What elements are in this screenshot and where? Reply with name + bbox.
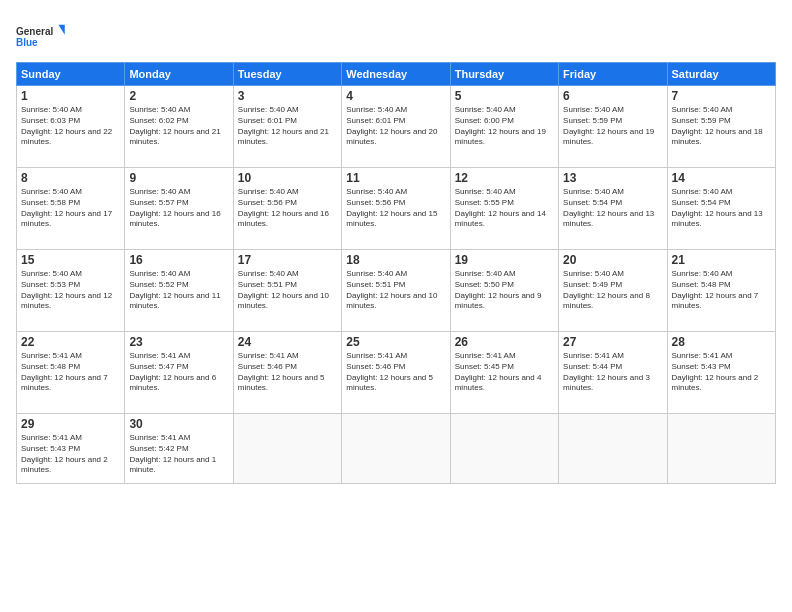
cell-info: Sunrise: 5:41 AM Sunset: 5:44 PM Dayligh… [563, 351, 662, 394]
day-number: 22 [21, 335, 120, 349]
cell-info: Sunrise: 5:40 AM Sunset: 5:48 PM Dayligh… [672, 269, 771, 312]
calendar-table: SundayMondayTuesdayWednesdayThursdayFrid… [16, 62, 776, 484]
cell-info: Sunrise: 5:40 AM Sunset: 5:51 PM Dayligh… [346, 269, 445, 312]
day-number: 19 [455, 253, 554, 267]
calendar-cell: 19 Sunrise: 5:40 AM Sunset: 5:50 PM Dayl… [450, 250, 558, 332]
calendar-cell: 14 Sunrise: 5:40 AM Sunset: 5:54 PM Dayl… [667, 168, 775, 250]
cell-info: Sunrise: 5:40 AM Sunset: 6:00 PM Dayligh… [455, 105, 554, 148]
calendar-cell: 12 Sunrise: 5:40 AM Sunset: 5:55 PM Dayl… [450, 168, 558, 250]
calendar-cell [342, 414, 450, 484]
day-number: 4 [346, 89, 445, 103]
day-number: 25 [346, 335, 445, 349]
calendar-cell: 18 Sunrise: 5:40 AM Sunset: 5:51 PM Dayl… [342, 250, 450, 332]
day-number: 24 [238, 335, 337, 349]
col-header-sunday: Sunday [17, 63, 125, 86]
cell-info: Sunrise: 5:40 AM Sunset: 5:52 PM Dayligh… [129, 269, 228, 312]
svg-text:Blue: Blue [16, 37, 38, 48]
day-number: 18 [346, 253, 445, 267]
cell-info: Sunrise: 5:40 AM Sunset: 6:01 PM Dayligh… [238, 105, 337, 148]
col-header-tuesday: Tuesday [233, 63, 341, 86]
calendar-cell [667, 414, 775, 484]
cell-info: Sunrise: 5:40 AM Sunset: 5:55 PM Dayligh… [455, 187, 554, 230]
day-number: 1 [21, 89, 120, 103]
calendar-cell: 17 Sunrise: 5:40 AM Sunset: 5:51 PM Dayl… [233, 250, 341, 332]
day-number: 3 [238, 89, 337, 103]
day-number: 9 [129, 171, 228, 185]
cell-info: Sunrise: 5:40 AM Sunset: 5:49 PM Dayligh… [563, 269, 662, 312]
calendar-cell: 15 Sunrise: 5:40 AM Sunset: 5:53 PM Dayl… [17, 250, 125, 332]
day-number: 29 [21, 417, 120, 431]
day-number: 7 [672, 89, 771, 103]
day-number: 14 [672, 171, 771, 185]
calendar-cell: 10 Sunrise: 5:40 AM Sunset: 5:56 PM Dayl… [233, 168, 341, 250]
col-header-saturday: Saturday [667, 63, 775, 86]
day-number: 6 [563, 89, 662, 103]
col-header-wednesday: Wednesday [342, 63, 450, 86]
logo: General Blue [16, 16, 66, 56]
cell-info: Sunrise: 5:40 AM Sunset: 5:53 PM Dayligh… [21, 269, 120, 312]
day-number: 28 [672, 335, 771, 349]
day-number: 2 [129, 89, 228, 103]
svg-marker-2 [59, 25, 65, 35]
cell-info: Sunrise: 5:41 AM Sunset: 5:46 PM Dayligh… [346, 351, 445, 394]
logo-svg: General Blue [16, 16, 66, 56]
calendar-cell: 11 Sunrise: 5:40 AM Sunset: 5:56 PM Dayl… [342, 168, 450, 250]
day-number: 23 [129, 335, 228, 349]
cell-info: Sunrise: 5:40 AM Sunset: 5:50 PM Dayligh… [455, 269, 554, 312]
calendar-cell: 3 Sunrise: 5:40 AM Sunset: 6:01 PM Dayli… [233, 86, 341, 168]
cell-info: Sunrise: 5:41 AM Sunset: 5:45 PM Dayligh… [455, 351, 554, 394]
day-number: 10 [238, 171, 337, 185]
calendar-cell: 24 Sunrise: 5:41 AM Sunset: 5:46 PM Dayl… [233, 332, 341, 414]
calendar-cell: 8 Sunrise: 5:40 AM Sunset: 5:58 PM Dayli… [17, 168, 125, 250]
calendar-cell: 21 Sunrise: 5:40 AM Sunset: 5:48 PM Dayl… [667, 250, 775, 332]
day-number: 16 [129, 253, 228, 267]
calendar-cell: 23 Sunrise: 5:41 AM Sunset: 5:47 PM Dayl… [125, 332, 233, 414]
day-number: 12 [455, 171, 554, 185]
cell-info: Sunrise: 5:40 AM Sunset: 5:59 PM Dayligh… [672, 105, 771, 148]
day-number: 8 [21, 171, 120, 185]
day-number: 13 [563, 171, 662, 185]
cell-info: Sunrise: 5:40 AM Sunset: 5:58 PM Dayligh… [21, 187, 120, 230]
day-number: 15 [21, 253, 120, 267]
calendar-cell: 1 Sunrise: 5:40 AM Sunset: 6:03 PM Dayli… [17, 86, 125, 168]
day-number: 20 [563, 253, 662, 267]
calendar-cell: 28 Sunrise: 5:41 AM Sunset: 5:43 PM Dayl… [667, 332, 775, 414]
cell-info: Sunrise: 5:40 AM Sunset: 5:56 PM Dayligh… [238, 187, 337, 230]
calendar-cell: 20 Sunrise: 5:40 AM Sunset: 5:49 PM Dayl… [559, 250, 667, 332]
day-number: 26 [455, 335, 554, 349]
cell-info: Sunrise: 5:40 AM Sunset: 6:01 PM Dayligh… [346, 105, 445, 148]
header: General Blue [16, 16, 776, 56]
cell-info: Sunrise: 5:41 AM Sunset: 5:43 PM Dayligh… [672, 351, 771, 394]
cell-info: Sunrise: 5:40 AM Sunset: 6:03 PM Dayligh… [21, 105, 120, 148]
cell-info: Sunrise: 5:40 AM Sunset: 5:57 PM Dayligh… [129, 187, 228, 230]
cell-info: Sunrise: 5:41 AM Sunset: 5:48 PM Dayligh… [21, 351, 120, 394]
day-number: 21 [672, 253, 771, 267]
col-header-thursday: Thursday [450, 63, 558, 86]
cell-info: Sunrise: 5:41 AM Sunset: 5:47 PM Dayligh… [129, 351, 228, 394]
col-header-friday: Friday [559, 63, 667, 86]
calendar-cell: 29 Sunrise: 5:41 AM Sunset: 5:43 PM Dayl… [17, 414, 125, 484]
calendar-cell: 22 Sunrise: 5:41 AM Sunset: 5:48 PM Dayl… [17, 332, 125, 414]
calendar-cell: 16 Sunrise: 5:40 AM Sunset: 5:52 PM Dayl… [125, 250, 233, 332]
calendar-cell: 2 Sunrise: 5:40 AM Sunset: 6:02 PM Dayli… [125, 86, 233, 168]
calendar-cell: 4 Sunrise: 5:40 AM Sunset: 6:01 PM Dayli… [342, 86, 450, 168]
col-header-monday: Monday [125, 63, 233, 86]
calendar-cell: 30 Sunrise: 5:41 AM Sunset: 5:42 PM Dayl… [125, 414, 233, 484]
cell-info: Sunrise: 5:41 AM Sunset: 5:43 PM Dayligh… [21, 433, 120, 476]
calendar-cell: 27 Sunrise: 5:41 AM Sunset: 5:44 PM Dayl… [559, 332, 667, 414]
cell-info: Sunrise: 5:40 AM Sunset: 5:51 PM Dayligh… [238, 269, 337, 312]
cell-info: Sunrise: 5:40 AM Sunset: 6:02 PM Dayligh… [129, 105, 228, 148]
day-number: 5 [455, 89, 554, 103]
calendar-cell: 13 Sunrise: 5:40 AM Sunset: 5:54 PM Dayl… [559, 168, 667, 250]
day-number: 11 [346, 171, 445, 185]
cell-info: Sunrise: 5:40 AM Sunset: 5:59 PM Dayligh… [563, 105, 662, 148]
calendar-cell [233, 414, 341, 484]
calendar-cell: 5 Sunrise: 5:40 AM Sunset: 6:00 PM Dayli… [450, 86, 558, 168]
day-number: 17 [238, 253, 337, 267]
cell-info: Sunrise: 5:41 AM Sunset: 5:42 PM Dayligh… [129, 433, 228, 476]
day-number: 30 [129, 417, 228, 431]
calendar-cell [450, 414, 558, 484]
day-number: 27 [563, 335, 662, 349]
cell-info: Sunrise: 5:40 AM Sunset: 5:56 PM Dayligh… [346, 187, 445, 230]
svg-text:General: General [16, 26, 53, 37]
